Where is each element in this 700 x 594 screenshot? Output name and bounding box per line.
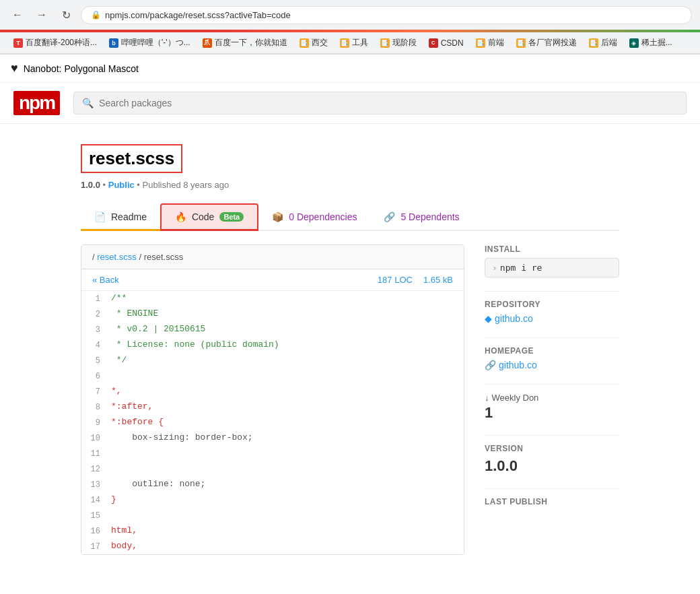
code-line: 3 * v0.2 | 20150615 (81, 322, 464, 337)
file-path: / reset.scss / reset.scss (81, 245, 464, 269)
bookmark-icon: 📑 (300, 38, 309, 48)
file-nav: « Back 187 LOC 1.65 kB (81, 269, 464, 291)
bookmark-icon: 爪 (203, 38, 212, 48)
bookmark-xijiao[interactable]: 📑 西交 (294, 35, 333, 51)
bookmark-juejin[interactable]: ◈ 稀土掘... (624, 35, 678, 51)
install-section: Install › npm i re (485, 244, 619, 277)
promo-text: Nanobot: Polygonal Mascot (24, 63, 139, 74)
divider (485, 488, 619, 489)
version-value: 1.0.0 (485, 457, 619, 475)
code-line: 7 *, (81, 384, 464, 399)
readme-icon: 📄 (94, 211, 106, 222)
bookmark-csdn[interactable]: C CSDN (423, 36, 469, 50)
bookmark-jobs[interactable]: 📑 各厂官网投递 (511, 35, 582, 51)
url-text: npmjs.com/package/reset.scss?activeTab=c… (105, 10, 291, 20)
file-browser: / reset.scss / reset.scss « Back 187 LOC… (81, 244, 464, 555)
lock-icon: 🔒 (91, 10, 101, 20)
tab-dependencies[interactable]: 📦 0 Dependencies (258, 205, 370, 231)
search-icon: 🔍 (82, 98, 94, 108)
deps-label: 0 Dependencies (289, 211, 357, 222)
code-line: 12 (81, 461, 464, 477)
main-content: reset.scss 1.0.0 • Public • Published 8 … (0, 124, 700, 575)
homepage-value: github.co (499, 360, 537, 370)
code-line: 6 (81, 368, 464, 384)
loc-stat: 187 LOC (378, 275, 413, 285)
bookmark-frontend[interactable]: 📑 前端 (470, 35, 510, 51)
github-icon: ◆ (485, 313, 492, 324)
code-line: 11 (81, 446, 464, 461)
weekly-downloads-label: ↓ Weekly Don (485, 393, 619, 403)
bookmark-baidu-search[interactable]: 爪 百度一下，你就知道 (197, 35, 293, 51)
size-stat: 1.65 kB (423, 275, 453, 285)
code-line: 13 outline: none; (81, 477, 464, 492)
last-publish-section: Last publish (485, 497, 619, 506)
path-sep: / (139, 252, 143, 262)
weekly-downloads-section: ↓ Weekly Don 1 (485, 393, 619, 422)
code-label: Code (192, 211, 214, 222)
cmd-text: npm i re (500, 263, 542, 273)
weekly-downloads-count: 1 (485, 404, 619, 422)
code-line: 17 body, (81, 539, 464, 554)
path-file: reset.scss (144, 252, 184, 262)
repository-link[interactable]: ◆ github.co (485, 313, 619, 324)
code-line: 1 /** (81, 291, 464, 306)
beta-badge: Beta (219, 212, 244, 222)
bookmark-current-stage[interactable]: 📑 现阶段 (375, 35, 422, 51)
tab-code[interactable]: 🔥 Code Beta (160, 203, 258, 231)
last-publish-label: Last publish (485, 497, 619, 506)
tab-dependents[interactable]: 🔗 5 Dependents (370, 205, 473, 231)
code-line: 8 *:after, (81, 399, 464, 415)
heart-icon: ♥ (11, 61, 18, 75)
code-container: 1 /** 2 * ENGINE 3 * v0.2 | 20150615 4 *… (81, 291, 464, 554)
search-box[interactable]: 🔍 (73, 92, 687, 114)
bookmark-baidu-translate[interactable]: T 百度翻译-200种语... (8, 35, 102, 51)
published-text: Published 8 years ago (143, 180, 230, 190)
code-line: 16 html, (81, 523, 464, 539)
tab-readme[interactable]: 📄 Readme (81, 205, 160, 231)
back-button[interactable]: « Back (92, 275, 119, 285)
bookmark-icon: 📑 (380, 38, 390, 48)
npm-logo[interactable]: npm (13, 91, 60, 115)
bookmark-tools[interactable]: 📑 工具 (335, 35, 374, 51)
download-icon: ↓ (485, 393, 489, 403)
sidebar: Install › npm i re Repository ◆ github.c… (485, 244, 619, 555)
refresh-button[interactable]: ↻ (57, 5, 75, 24)
bookmarks-bar: T 百度翻译-200种语... b 哔哩哔哩（'-'）つ... 爪 百度一下，你… (0, 32, 700, 54)
repository-value: github.co (495, 313, 533, 324)
path-package-link[interactable]: reset.scss (97, 252, 137, 262)
dependents-icon: 🔗 (384, 211, 395, 222)
package-meta: 1.0.0 • Public • Published 8 years ago (81, 180, 619, 190)
browser-chrome: ← → ↻ 🔒 npmjs.com/package/reset.scss?act… (0, 0, 700, 55)
readme-label: Readme (111, 211, 147, 222)
link-icon: 🔗 (485, 360, 496, 370)
repository-label: Repository (485, 300, 619, 309)
browser-nav: ← → ↻ 🔒 npmjs.com/package/reset.scss?act… (0, 0, 700, 30)
search-input[interactable] (99, 98, 678, 108)
promo-bar: ♥ Nanobot: Polygonal Mascot (0, 55, 700, 83)
address-bar[interactable]: 🔒 npmjs.com/package/reset.scss?activeTab… (81, 6, 692, 24)
package-version: 1.0.0 (81, 180, 100, 190)
npm-header: npm 🔍 (0, 83, 700, 124)
homepage-link[interactable]: 🔗 github.co (485, 360, 619, 370)
bookmark-icon: T (13, 38, 23, 48)
divider (485, 291, 619, 292)
file-stats: 187 LOC 1.65 kB (378, 275, 453, 285)
code-line: 10 box-sizing: border-box; (81, 430, 464, 446)
install-command[interactable]: › npm i re (485, 258, 619, 277)
cmd-prompt: › (492, 263, 497, 273)
code-line: 5 */ (81, 353, 464, 368)
bookmark-bilibili[interactable]: b 哔哩哔哩（'-'）つ... (104, 35, 196, 51)
homepage-section: Homepage 🔗 github.co (485, 346, 619, 370)
public-badge: Public (108, 180, 135, 190)
code-line: 14 } (81, 492, 464, 508)
bookmark-icon: b (109, 38, 118, 48)
bookmark-icon: 📑 (340, 38, 349, 48)
forward-button[interactable]: → (32, 5, 51, 24)
divider (485, 337, 619, 338)
content-area: / reset.scss / reset.scss « Back 187 LOC… (81, 244, 619, 555)
code-icon: 🔥 (175, 211, 186, 222)
package-title: reset.scss (81, 144, 182, 173)
back-button[interactable]: ← (8, 5, 27, 24)
bookmark-backend[interactable]: 📑 后端 (584, 35, 623, 51)
bookmark-icon: ◈ (629, 38, 639, 48)
